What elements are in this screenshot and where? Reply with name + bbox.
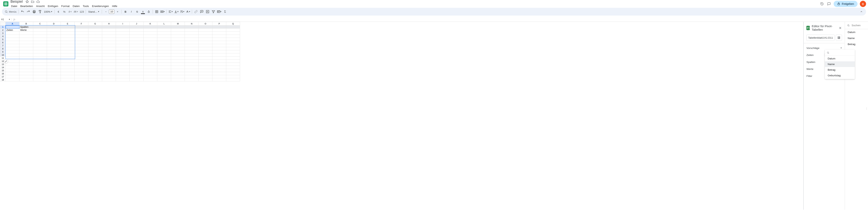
cell[interactable]: [130, 35, 144, 38]
cell[interactable]: [20, 75, 33, 78]
cell[interactable]: [199, 44, 212, 47]
row-header[interactable]: 5: [0, 38, 6, 41]
cell[interactable]: [171, 60, 185, 63]
cell[interactable]: [88, 25, 102, 29]
comments-icon[interactable]: [827, 2, 831, 6]
cell[interactable]: [61, 69, 74, 72]
cell[interactable]: [199, 53, 212, 57]
cell[interactable]: [212, 44, 226, 47]
cell[interactable]: [33, 41, 47, 44]
cell[interactable]: [6, 72, 20, 75]
cell[interactable]: [212, 63, 226, 66]
cell[interactable]: [144, 25, 157, 29]
cell[interactable]: [88, 32, 102, 35]
cell[interactable]: [130, 41, 144, 44]
insert-chart-button[interactable]: [205, 9, 210, 14]
cell[interactable]: [212, 35, 226, 38]
cell[interactable]: [47, 44, 61, 47]
cell[interactable]: [88, 75, 102, 78]
cell[interactable]: [6, 75, 20, 78]
cell[interactable]: [20, 72, 33, 75]
cell[interactable]: [47, 60, 61, 63]
cell[interactable]: [171, 44, 185, 47]
percent-button[interactable]: %: [62, 9, 67, 14]
cell[interactable]: [212, 53, 226, 57]
cell[interactable]: [185, 25, 199, 29]
cell[interactable]: [157, 53, 171, 57]
cell[interactable]: [185, 53, 199, 57]
column-header[interactable]: C: [33, 22, 47, 25]
cell[interactable]: [88, 78, 102, 81]
cell[interactable]: [226, 78, 240, 81]
cell[interactable]: [185, 38, 199, 41]
cell[interactable]: [33, 75, 47, 78]
menu-bearbeiten[interactable]: Bearbeiten: [19, 4, 34, 8]
row-header[interactable]: 6: [0, 41, 6, 44]
functions-button[interactable]: Σ: [222, 9, 228, 14]
cell[interactable]: [199, 50, 212, 53]
cell[interactable]: [157, 41, 171, 44]
cell[interactable]: [20, 63, 33, 66]
font-family-dropdown[interactable]: Stand… ▼: [87, 9, 101, 14]
field-picker-search-input[interactable]: [831, 51, 853, 54]
cell[interactable]: [116, 35, 130, 38]
cell[interactable]: [20, 66, 33, 69]
cell[interactable]: [226, 50, 240, 53]
cell[interactable]: [88, 47, 102, 50]
menu-ansicht[interactable]: Ansicht: [35, 4, 46, 8]
cell[interactable]: [33, 47, 47, 50]
cell[interactable]: [74, 72, 88, 75]
cell[interactable]: [185, 72, 199, 75]
cell[interactable]: [74, 32, 88, 35]
cell[interactable]: [157, 29, 171, 32]
cell[interactable]: [212, 60, 226, 63]
cell[interactable]: [116, 63, 130, 66]
cell[interactable]: [33, 72, 47, 75]
row-header[interactable]: 8: [0, 47, 6, 50]
cell[interactable]: [226, 41, 240, 44]
cell[interactable]: [102, 53, 116, 57]
cell[interactable]: [212, 78, 226, 81]
cell[interactable]: [33, 69, 47, 72]
cell[interactable]: [130, 32, 144, 35]
cell[interactable]: [116, 32, 130, 35]
cell[interactable]: [33, 60, 47, 63]
cell[interactable]: [33, 29, 47, 32]
cell[interactable]: [61, 72, 74, 75]
cell[interactable]: [157, 25, 171, 29]
cell[interactable]: [199, 29, 212, 32]
cell[interactable]: [20, 69, 33, 72]
row-header[interactable]: 16: [0, 72, 6, 75]
cell[interactable]: [199, 32, 212, 35]
italic-button[interactable]: I: [129, 9, 134, 14]
currency-button[interactable]: €: [56, 9, 61, 14]
move-folder-icon[interactable]: [31, 0, 34, 3]
cell[interactable]: [199, 41, 212, 44]
cell[interactable]: [88, 53, 102, 57]
row-header[interactable]: 15: [0, 69, 6, 72]
cell[interactable]: [130, 60, 144, 63]
fields-search-input[interactable]: [851, 24, 866, 27]
cell[interactable]: [6, 57, 20, 60]
cell[interactable]: [185, 63, 199, 66]
cell[interactable]: [33, 25, 47, 29]
cell[interactable]: [226, 72, 240, 75]
cell[interactable]: [74, 41, 88, 44]
cell[interactable]: [116, 69, 130, 72]
cell[interactable]: [171, 78, 185, 81]
cell[interactable]: [144, 38, 157, 41]
cell[interactable]: [47, 50, 61, 53]
column-header[interactable]: E: [61, 22, 74, 25]
menu-format[interactable]: Format: [60, 4, 71, 8]
cell[interactable]: [171, 25, 185, 29]
cell[interactable]: [199, 75, 212, 78]
cell[interactable]: Zeilen: [6, 29, 20, 32]
row-header[interactable]: 14: [0, 66, 6, 69]
column-header[interactable]: H: [102, 22, 116, 25]
cell[interactable]: [102, 72, 116, 75]
cell[interactable]: [130, 53, 144, 57]
cell[interactable]: [116, 47, 130, 50]
cell[interactable]: [171, 35, 185, 38]
cell[interactable]: [102, 35, 116, 38]
column-header[interactable]: N: [185, 22, 199, 25]
